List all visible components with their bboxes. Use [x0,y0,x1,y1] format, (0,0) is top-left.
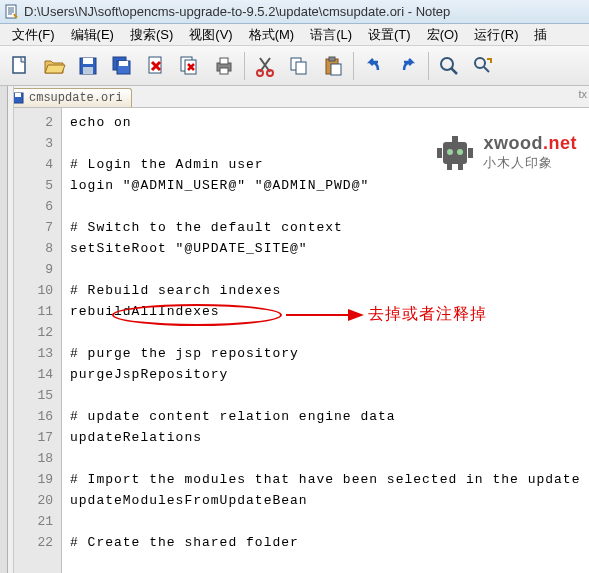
save-all-icon[interactable] [106,50,138,82]
svg-point-15 [267,70,273,76]
line-number: 17 [14,427,61,448]
code-line[interactable]: echo on [62,112,589,133]
svg-point-22 [475,58,485,68]
tabbar: cmsupdate.ori tx [0,86,589,108]
line-number: 20 [14,490,61,511]
line-number: 18 [14,448,61,469]
code-line[interactable] [62,259,589,280]
code-line[interactable]: # purge the jsp repository [62,343,589,364]
menu-language[interactable]: 语言(L) [302,24,360,46]
menu-format[interactable]: 格式(M) [241,24,303,46]
menu-run[interactable]: 运行(R) [466,24,526,46]
line-number: 22 [14,532,61,553]
svg-rect-1 [13,57,25,73]
code-line[interactable] [62,448,589,469]
find-icon[interactable] [433,50,465,82]
code-line[interactable] [62,322,589,343]
editor[interactable]: 2345678910111213141516171819202122 xwood… [14,108,589,573]
code-line[interactable]: # Rebuild search indexes [62,280,589,301]
code-line[interactable] [62,385,589,406]
line-number: 8 [14,238,61,259]
tab-active[interactable]: cmsupdate.ori [2,88,132,107]
line-number: 15 [14,385,61,406]
svg-rect-20 [331,64,341,75]
line-number: 21 [14,511,61,532]
svg-rect-3 [83,58,93,64]
open-icon[interactable] [38,50,70,82]
menu-view[interactable]: 视图(V) [181,24,240,46]
undo-icon[interactable] [358,50,390,82]
close-all-icon[interactable] [174,50,206,82]
line-number: 4 [14,154,61,175]
line-number: 19 [14,469,61,490]
code-line[interactable] [62,133,589,154]
window-titlebar: D:\Users\NJ\soft\opencms-upgrade-to-9.5.… [0,0,589,24]
code-line[interactable] [62,511,589,532]
code-area[interactable]: xwood.net 小木人印象 去掉或者注释掉 echo on# Login t… [62,108,589,573]
code-line[interactable]: login "@ADMIN_USER@" "@ADMIN_PWD@" [62,175,589,196]
menu-search[interactable]: 搜索(S) [122,24,181,46]
svg-rect-19 [329,57,335,61]
line-number: 7 [14,217,61,238]
code-line[interactable]: # Create the shared folder [62,532,589,553]
menu-file[interactable]: 文件(F) [4,24,63,46]
code-line[interactable]: # Switch to the default context [62,217,589,238]
toolbar [0,46,589,86]
new-file-icon[interactable] [4,50,36,82]
code-line[interactable]: updateRelations [62,427,589,448]
code-line[interactable] [62,196,589,217]
line-number-gutter: 2345678910111213141516171819202122 [14,108,62,573]
line-number: 6 [14,196,61,217]
code-line[interactable]: rebuildAllIndexes [62,301,589,322]
line-number: 12 [14,322,61,343]
line-number: 2 [14,112,61,133]
replace-icon[interactable] [467,50,499,82]
line-number: 5 [14,175,61,196]
svg-rect-24 [15,93,21,97]
toolbar-separator [353,52,354,80]
svg-rect-12 [220,58,228,64]
svg-rect-13 [220,68,228,74]
line-number: 9 [14,259,61,280]
svg-point-14 [257,70,263,76]
toolbar-separator [244,52,245,80]
app-icon [4,4,20,20]
code-line[interactable]: setSiteRoot "@UPDATE_SITE@" [62,238,589,259]
svg-rect-17 [296,62,306,74]
redo-icon[interactable] [392,50,424,82]
code-line[interactable]: updateModulesFromUpdateBean [62,490,589,511]
menu-edit[interactable]: 编辑(E) [63,24,122,46]
line-number: 11 [14,301,61,322]
print-icon[interactable] [208,50,240,82]
code-line[interactable]: purgeJspRepository [62,364,589,385]
svg-rect-4 [83,67,93,74]
left-dock [0,86,8,573]
code-line[interactable]: # Import the modules that have been sele… [62,469,589,490]
code-line[interactable]: # update content relation engine data [62,406,589,427]
tab-label: cmsupdate.ori [29,91,123,105]
toolbar-separator [428,52,429,80]
line-number: 3 [14,133,61,154]
tab-suffix: tx [578,88,587,100]
svg-rect-7 [119,61,128,66]
copy-icon[interactable] [283,50,315,82]
menu-settings[interactable]: 设置(T) [360,24,419,46]
line-number: 14 [14,364,61,385]
menu-macro[interactable]: 宏(O) [419,24,467,46]
close-icon[interactable] [140,50,172,82]
menubar: 文件(F) 编辑(E) 搜索(S) 视图(V) 格式(M) 语言(L) 设置(T… [0,24,589,46]
paste-icon[interactable] [317,50,349,82]
save-icon[interactable] [72,50,104,82]
line-number: 16 [14,406,61,427]
line-number: 10 [14,280,61,301]
cut-icon[interactable] [249,50,281,82]
line-number: 13 [14,343,61,364]
menu-plugins[interactable]: 插 [526,24,555,46]
code-line[interactable]: # Login the Admin user [62,154,589,175]
window-title: D:\Users\NJ\soft\opencms-upgrade-to-9.5.… [24,4,450,19]
